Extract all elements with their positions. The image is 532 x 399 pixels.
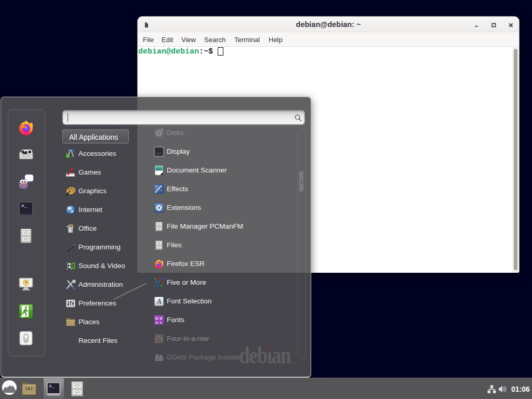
svg-text:>_: >_ <box>49 384 54 389</box>
svg-text:a: a <box>160 320 162 325</box>
svg-text:>_: >_ <box>21 204 27 209</box>
svg-text:a: a <box>156 320 158 325</box>
svg-text:A: A <box>156 298 162 305</box>
